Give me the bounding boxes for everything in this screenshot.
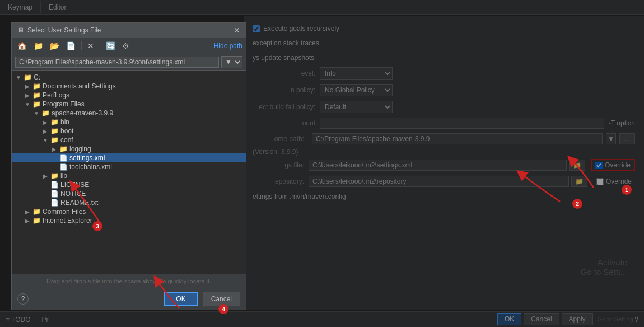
tree-item-settings-xml[interactable]: ▶ 📄 settings.xml xyxy=(12,153,246,162)
hide-path-button[interactable]: Hide path xyxy=(214,42,242,50)
annotation-number-2: 2 xyxy=(572,199,582,209)
tree-item-toolchains-xml[interactable]: ▶ 📄 toolchains.xml xyxy=(12,162,246,171)
path-input[interactable] xyxy=(15,57,219,68)
path-dropdown[interactable]: ▼ xyxy=(221,56,242,68)
ie-arrow: ▶ xyxy=(23,218,32,224)
program-files-arrow: ▼ xyxy=(23,101,32,108)
perflogs-icon: 📁 xyxy=(32,91,41,99)
common-files-label: Common Files xyxy=(43,208,86,216)
settings-xml-icon: 📄 xyxy=(59,154,68,162)
boot-icon: 📁 xyxy=(50,127,59,135)
logging-arrow: ▶ xyxy=(50,146,59,152)
common-files-arrow: ▶ xyxy=(23,209,32,215)
toolchains-xml-icon: 📄 xyxy=(59,163,68,171)
readme-icon: 📄 xyxy=(50,199,59,207)
apache-maven-icon: 📁 xyxy=(41,109,50,117)
ie-icon: 📁 xyxy=(32,217,41,225)
docs-settings-label: Documents and Settings xyxy=(43,82,116,90)
config-toolbar-btn[interactable]: ⚙ xyxy=(120,40,132,52)
c-drive-icon: 📁 xyxy=(23,73,32,81)
bin-icon: 📁 xyxy=(50,118,59,126)
conf-icon: 📁 xyxy=(50,136,59,144)
path-bar: ▼ xyxy=(12,54,246,71)
tree-item-perflogs[interactable]: ▶ 📁 PerfLogs xyxy=(12,91,246,100)
refresh-toolbar-btn[interactable]: 🔄 xyxy=(104,40,118,52)
ie-label: Internet Explorer xyxy=(43,217,92,225)
dialog-icon: 🖥 xyxy=(17,26,24,34)
home-toolbar-btn[interactable]: 🏠 xyxy=(15,40,29,52)
notice-icon: 📄 xyxy=(50,190,59,198)
lib-arrow: ▶ xyxy=(41,173,50,179)
bin-label: bin xyxy=(60,118,69,126)
bin-arrow: ▶ xyxy=(41,119,50,125)
tree-item-docs-settings[interactable]: ▶ 📁 Documents and Settings xyxy=(12,82,246,91)
folder-new-btn[interactable]: 📂 xyxy=(48,40,62,52)
tree-item-ie[interactable]: ▶ 📁 Internet Explorer xyxy=(12,216,246,225)
logging-icon: 📁 xyxy=(59,145,68,153)
c-drive-label: C: xyxy=(34,73,40,81)
lib-icon: 📁 xyxy=(50,172,59,180)
file-btn[interactable]: 📄 xyxy=(64,40,78,52)
dialog-help-button[interactable]: ? xyxy=(17,293,29,305)
tree-item-conf[interactable]: ▼ 📁 conf xyxy=(12,136,246,144)
logging-label: logging xyxy=(69,145,91,153)
tree-item-license[interactable]: ▶ 📄 LICENSE xyxy=(12,180,246,189)
folder-up-btn[interactable]: 📁 xyxy=(31,40,45,52)
tree-item-boot[interactable]: ▶ 📁 boot xyxy=(12,127,246,136)
perflogs-label: PerfLogs xyxy=(43,91,69,99)
perflogs-arrow: ▶ xyxy=(23,92,32,99)
conf-label: conf xyxy=(60,136,73,144)
tree-item-apache-maven[interactable]: ▼ 📁 apache-maven-3.9.9 xyxy=(12,109,246,118)
program-files-label: Program Files xyxy=(43,100,85,108)
settings-xml-label: settings.xml xyxy=(69,154,105,162)
dialog-toolbar: 🏠 📁 📂 📄 ✕ 🔄 ⚙ Hide path xyxy=(12,38,246,54)
select-settings-dialog: 🖥 Select User Settings File ✕ 🏠 📁 📂 📄 ✕ … xyxy=(11,22,246,310)
tree-item-c-drive[interactable]: ▼ 📁 C: xyxy=(12,73,246,82)
dialog-title-bar: 🖥 Select User Settings File ✕ xyxy=(12,23,246,38)
tree-item-lib[interactable]: ▶ 📁 lib xyxy=(12,171,246,180)
tree-item-logging[interactable]: ▶ 📁 logging xyxy=(12,144,246,153)
delete-toolbar-btn[interactable]: ✕ xyxy=(85,40,96,52)
dialog-title-text: Select User Settings File xyxy=(27,26,101,34)
c-drive-arrow: ▼ xyxy=(14,74,23,81)
dialog-footer-buttons: OK Cancel xyxy=(164,292,240,306)
tree-item-bin[interactable]: ▶ 📁 bin xyxy=(12,118,246,127)
tree-item-readme[interactable]: ▶ 📄 README.txt xyxy=(12,198,246,207)
drag-hint: Drag and drop a file into the space abov… xyxy=(12,274,246,288)
readme-label: README.txt xyxy=(60,199,98,207)
annotation-number-1: 1 xyxy=(622,185,632,195)
common-files-icon: 📁 xyxy=(32,208,41,216)
boot-label: boot xyxy=(60,127,73,135)
program-files-icon: 📁 xyxy=(32,100,41,108)
dialog-ok-button[interactable]: OK xyxy=(164,292,198,306)
annotation-number-3: 3 xyxy=(92,221,102,231)
dialog-close-button[interactable]: ✕ xyxy=(234,26,240,34)
apache-maven-arrow: ▼ xyxy=(32,110,41,116)
toolchains-xml-label: toolchains.xml xyxy=(69,163,112,171)
dialog-footer: ? OK Cancel xyxy=(12,288,246,310)
docs-settings-icon: 📁 xyxy=(32,82,41,90)
tree-item-notice[interactable]: ▶ 📄 NOTICE xyxy=(12,189,246,198)
conf-arrow: ▼ xyxy=(41,137,50,143)
apache-maven-label: apache-maven-3.9.9 xyxy=(52,109,113,117)
license-icon: 📄 xyxy=(50,181,59,189)
tree-item-common-files[interactable]: ▶ 📁 Common Files xyxy=(12,207,246,216)
file-tree: ▼ 📁 C: ▶ 📁 Documents and Settings ▶ 📁 Pe… xyxy=(12,71,246,274)
docs-settings-arrow: ▶ xyxy=(23,83,32,90)
lib-label: lib xyxy=(60,172,67,180)
toolbar-separator-2 xyxy=(100,41,100,50)
toolbar-separator xyxy=(81,41,82,50)
tree-item-program-files[interactable]: ▼ 📁 Program Files xyxy=(12,100,246,109)
boot-arrow: ▶ xyxy=(41,128,50,134)
notice-label: NOTICE xyxy=(60,190,86,198)
annotation-number-4: 4 xyxy=(218,304,228,314)
license-label: LICENSE xyxy=(60,181,89,189)
